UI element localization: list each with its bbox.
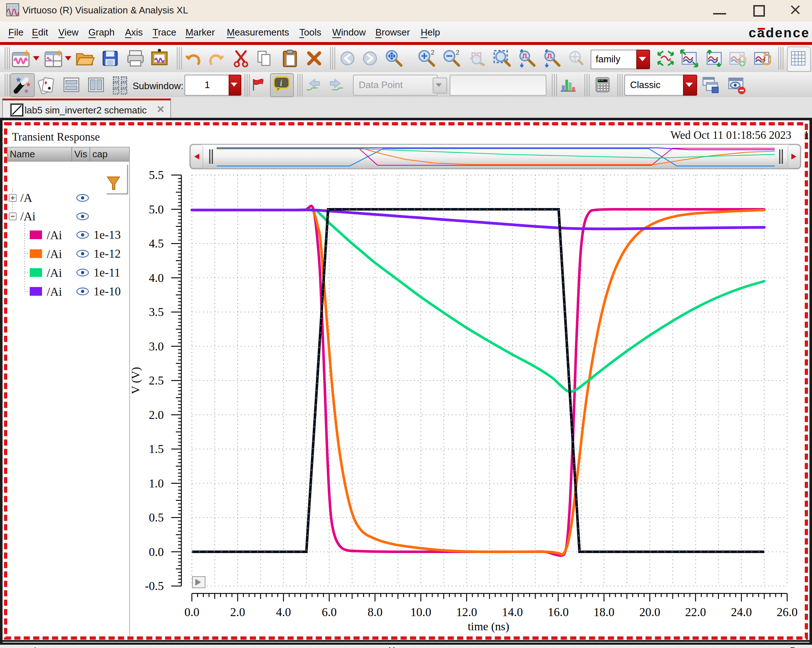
svg-text:Wed Oct 11 01:18:56 2023: Wed Oct 11 01:18:56 2023 (670, 128, 791, 141)
svg-text:/Ai: /Ai (47, 285, 62, 298)
svg-text:18.0: 18.0 (594, 605, 615, 619)
svg-text:24.0: 24.0 (731, 605, 752, 619)
svg-text:1: 1 (804, 128, 809, 141)
svg-text:5.5: 5.5 (149, 168, 164, 182)
svg-text:4.0: 4.0 (276, 605, 291, 619)
svg-text:0.0: 0.0 (149, 546, 164, 558)
svg-text:cap: cap (92, 148, 108, 159)
svg-text:12.0: 12.0 (456, 605, 477, 619)
svg-text:1.5: 1.5 (149, 443, 164, 455)
svg-text:26.0: 26.0 (777, 605, 798, 619)
svg-text:3.5: 3.5 (149, 306, 164, 319)
svg-text:time (ns): time (ns) (468, 620, 510, 633)
svg-text:4.0: 4.0 (149, 272, 164, 284)
svg-text:Name: Name (10, 148, 35, 159)
svg-text:0.5: 0.5 (149, 511, 164, 524)
svg-text:/Ai: /Ai (47, 229, 62, 242)
svg-text:1e-13: 1e-13 (93, 228, 121, 241)
svg-text:5.0: 5.0 (149, 203, 164, 216)
svg-text:/Ai: /Ai (20, 210, 35, 223)
svg-text:1.0: 1.0 (149, 477, 164, 490)
svg-text:1e-11: 1e-11 (93, 266, 120, 279)
svg-text:8.0: 8.0 (368, 605, 382, 619)
svg-text:i: i (280, 78, 282, 88)
svg-text:/Ai: /Ai (47, 266, 62, 280)
svg-text:2: 2 (431, 49, 435, 56)
svg-text:4.5: 4.5 (149, 237, 164, 250)
svg-text:2: 2 (456, 49, 459, 56)
svg-text:1e-10: 1e-10 (93, 285, 121, 298)
svg-text:14.0: 14.0 (502, 605, 523, 619)
svg-text:/A: /A (20, 191, 32, 205)
svg-text:0.0: 0.0 (185, 605, 199, 619)
svg-text:Transient Response: Transient Response (12, 130, 100, 143)
svg-text:2.0: 2.0 (149, 408, 164, 422)
svg-text:-0.5: -0.5 (145, 579, 164, 593)
svg-text:2.5: 2.5 (149, 374, 164, 387)
svg-text:2.0: 2.0 (230, 605, 245, 619)
svg-text:20.0: 20.0 (639, 605, 660, 619)
svg-text:10.0: 10.0 (411, 605, 432, 619)
svg-text:6.0: 6.0 (322, 605, 337, 619)
svg-text:V (V): V (V) (129, 367, 142, 394)
svg-text:16.0: 16.0 (548, 605, 569, 619)
svg-text:22.0: 22.0 (685, 605, 706, 619)
svg-text:3.0: 3.0 (149, 340, 164, 353)
svg-text:Vis: Vis (74, 148, 87, 159)
svg-text:1e-12: 1e-12 (93, 247, 121, 260)
svg-text:/Ai: /Ai (47, 248, 62, 261)
